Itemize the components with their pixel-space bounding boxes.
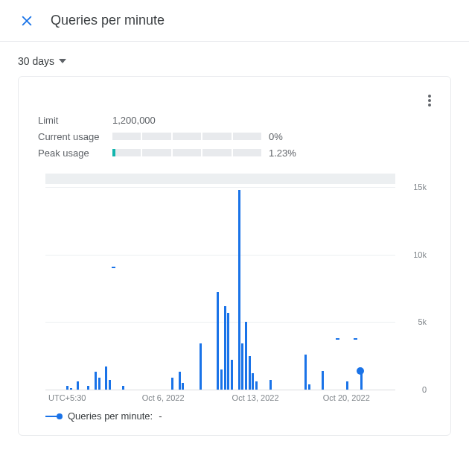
chart-y-tick: 10k bbox=[413, 250, 427, 259]
chart-y-tick: 0 bbox=[422, 385, 427, 394]
chart-data-bar bbox=[308, 384, 310, 390]
chart-x-tick: Oct 13, 2022 bbox=[232, 393, 279, 402]
chart-data-bar bbox=[238, 190, 240, 390]
chart-data-bar bbox=[346, 381, 348, 390]
chart-data-bar bbox=[241, 343, 243, 390]
svg-point-2 bbox=[428, 104, 431, 107]
legend-series-value: - bbox=[159, 410, 162, 422]
time-range-select[interactable]: 30 days bbox=[18, 55, 66, 67]
stat-current-value: 0% bbox=[269, 131, 283, 142]
header-bar: Queries per minute bbox=[0, 0, 469, 42]
chart-data-bar bbox=[255, 381, 258, 390]
chart-data-bar bbox=[269, 380, 272, 390]
chart-data-mark bbox=[112, 267, 115, 268]
chart-data-bar bbox=[179, 372, 181, 390]
more-vert-icon bbox=[428, 95, 431, 107]
chart-card: Limit 1,200,000 Current usage 0% Peak us… bbox=[18, 76, 451, 436]
chart-x-tick: Oct 6, 2022 bbox=[142, 393, 185, 402]
chart-y-tick: 15k bbox=[413, 183, 427, 191]
stat-limit-value: 1,200,000 bbox=[112, 115, 156, 126]
svg-point-0 bbox=[428, 95, 431, 98]
chart-data-bar bbox=[105, 366, 107, 390]
chart-x-axis: UTC+5:30Oct 6, 2022Oct 13, 2022Oct 20, 2… bbox=[45, 390, 395, 403]
chart-data-bar bbox=[322, 371, 324, 390]
chart-legend: Queries per minute: - bbox=[45, 410, 431, 422]
close-icon bbox=[19, 13, 34, 28]
chart: 05k10k15k UTC+5:30Oct 6, 2022Oct 13, 202… bbox=[38, 174, 431, 403]
chart-data-bar bbox=[220, 369, 223, 390]
stats-block: Limit 1,200,000 Current usage 0% Peak us… bbox=[38, 112, 431, 160]
chart-data-bar bbox=[252, 373, 254, 390]
chart-data-bar bbox=[245, 322, 247, 390]
stat-limit-label: Limit bbox=[38, 115, 112, 126]
card-menu-button[interactable] bbox=[419, 90, 440, 111]
legend-series-label: Queries per minute: bbox=[68, 410, 153, 422]
chart-data-mark bbox=[354, 338, 357, 340]
stat-peak: Peak usage 1.23% bbox=[38, 145, 431, 160]
chart-data-bar bbox=[109, 380, 111, 390]
stat-peak-value: 1.23% bbox=[269, 147, 296, 159]
chart-data-bar bbox=[95, 372, 97, 390]
chart-data-bar bbox=[224, 306, 226, 390]
controls-row: 30 days bbox=[0, 42, 469, 76]
chart-data-bar bbox=[98, 378, 100, 390]
chart-data-bar bbox=[77, 381, 79, 390]
page-title: Queries per minute bbox=[51, 13, 165, 28]
chevron-down-icon bbox=[59, 59, 66, 63]
chart-data-mark bbox=[336, 338, 339, 340]
chart-data-bar bbox=[182, 383, 184, 390]
chart-data-bar bbox=[304, 355, 307, 390]
chart-data-bar bbox=[227, 313, 229, 390]
chart-data-bar bbox=[231, 360, 233, 390]
chart-x-tick: UTC+5:30 bbox=[48, 393, 86, 402]
chart-header-band bbox=[45, 174, 395, 184]
chart-x-tick: Oct 20, 2022 bbox=[323, 393, 370, 402]
chart-data-bar bbox=[217, 292, 219, 390]
stat-peak-bar bbox=[112, 149, 261, 156]
stat-current-bar bbox=[112, 133, 261, 140]
close-button[interactable] bbox=[12, 6, 42, 36]
chart-data-bar bbox=[200, 343, 202, 390]
chart-cursor-dot bbox=[357, 367, 364, 375]
stat-current: Current usage 0% bbox=[38, 129, 431, 144]
stat-limit: Limit 1,200,000 bbox=[38, 112, 431, 127]
chart-data-bar bbox=[249, 356, 251, 390]
chart-plot-area[interactable]: 05k10k15k bbox=[45, 187, 395, 390]
time-range-label: 30 days bbox=[18, 55, 54, 67]
stat-current-label: Current usage bbox=[38, 131, 112, 142]
stat-peak-label: Peak usage bbox=[38, 147, 112, 159]
chart-y-tick: 5k bbox=[418, 317, 427, 326]
legend-swatch-icon bbox=[45, 413, 62, 420]
svg-point-1 bbox=[428, 99, 431, 102]
chart-data-bar bbox=[171, 378, 173, 390]
